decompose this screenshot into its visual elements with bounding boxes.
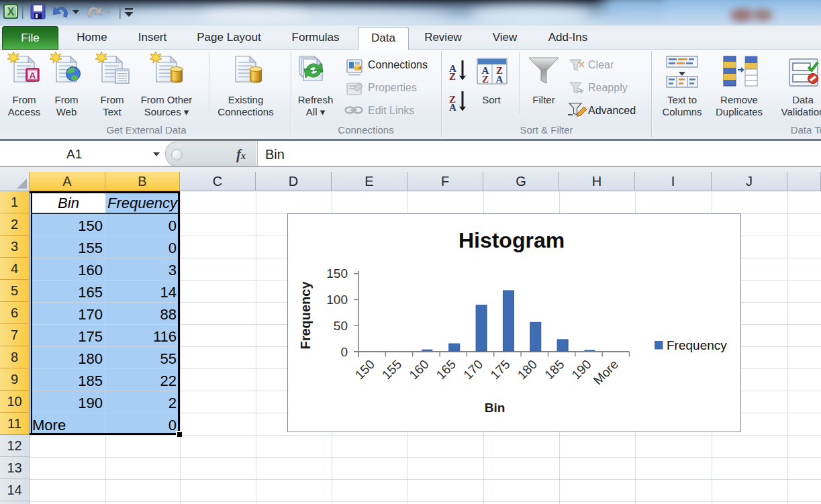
svg-text:50: 50 [334,319,348,333]
svg-text:A: A [30,70,36,81]
svg-text:Bin: Bin [485,401,505,415]
svg-text:A: A [449,102,456,113]
svg-text:Frequency: Frequency [298,281,313,350]
svg-text:100: 100 [326,293,348,307]
svg-text:A: A [496,74,503,85]
svg-text:Z: Z [482,74,489,85]
svg-text:0: 0 [340,345,348,359]
svg-text:Histogram: Histogram [458,228,565,252]
svg-text:Z: Z [449,71,456,82]
svg-text:Frequency: Frequency [667,338,727,352]
svg-text:X: X [7,6,15,17]
svg-text:150: 150 [326,266,348,281]
